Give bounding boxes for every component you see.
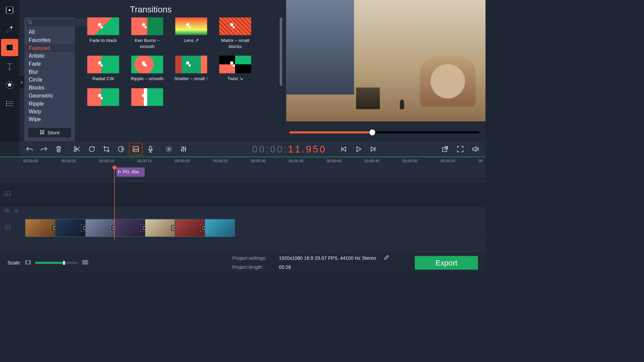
rail-transitions[interactable] [1, 39, 18, 56]
equalizer-button[interactable] [177, 143, 190, 155]
mute-icon[interactable] [14, 208, 20, 214]
transition-thumb-3[interactable]: Matrix – small blocks [217, 17, 253, 49]
category-geometric[interactable]: Geometric [24, 92, 75, 100]
search-icon [28, 20, 33, 26]
prev-button[interactable] [337, 143, 350, 155]
store-button[interactable]: Store [28, 128, 71, 138]
svg-point-4 [6, 103, 7, 104]
overlay-track-icon [4, 190, 11, 198]
transition-thumb-2[interactable]: Lens ↗ [173, 17, 209, 49]
zoom-out-icon[interactable] [25, 260, 31, 266]
undo-button[interactable] [23, 143, 36, 155]
category-fade[interactable]: Fade [24, 60, 75, 68]
panel-scrollbar[interactable] [280, 18, 282, 86]
category-artistic[interactable]: Artistic [24, 52, 75, 60]
video-track[interactable] [0, 217, 486, 238]
ruler-tick: 00:00:50 [402, 159, 417, 163]
clip-properties-button[interactable] [129, 143, 142, 155]
rotate-button[interactable] [85, 143, 98, 155]
time-ruler[interactable]: 00:00:0000:00:0500:00:1000:00:1500:00:20… [0, 157, 486, 167]
thumb-label: Radial CW [92, 76, 114, 81]
clip-strip[interactable] [25, 219, 234, 237]
category-favorites[interactable]: Favorites [24, 36, 75, 44]
video-clip-6[interactable] [205, 219, 234, 236]
crop-button[interactable] [100, 143, 113, 155]
visibility-icon[interactable] [4, 209, 10, 214]
video-clip-5[interactable] [175, 219, 205, 236]
title-track[interactable]: IT PO, Xbo [0, 167, 486, 179]
zoom-in-icon[interactable] [82, 260, 88, 266]
video-clip-1[interactable] [55, 219, 85, 236]
preview-frame [286, 0, 486, 121]
delete-button[interactable] [52, 143, 65, 155]
volume-button[interactable] [469, 143, 482, 155]
transition-thumb-9[interactable] [129, 88, 165, 106]
cart-icon [40, 129, 45, 136]
preview-tools [438, 143, 482, 155]
video-clip-2[interactable] [85, 219, 115, 236]
redo-button[interactable] [38, 143, 51, 155]
playhead[interactable] [114, 167, 115, 240]
preview-seekbar[interactable] [289, 131, 480, 133]
svg-point-11 [134, 148, 135, 149]
category-warp[interactable]: Warp [24, 107, 75, 115]
title-clip[interactable]: IT PO, Xbo [116, 168, 145, 177]
svg-point-14 [181, 149, 182, 150]
settings-button[interactable] [162, 143, 175, 155]
transition-thumb-5[interactable]: Ripple – smooth [129, 56, 165, 81]
transition-thumb-4[interactable]: Radial CW [86, 56, 121, 81]
svg-point-5 [6, 105, 7, 106]
color-adjust-button[interactable] [115, 143, 128, 155]
transition-thumb-0[interactable]: Fade to black [86, 17, 121, 49]
transition-thumb-8[interactable] [86, 88, 121, 106]
rail-titles[interactable] [1, 58, 18, 75]
overlay-track[interactable] [0, 182, 486, 206]
rail-effects[interactable] [1, 20, 18, 37]
category-all[interactable]: All [24, 28, 75, 36]
thumb-image [87, 17, 119, 35]
category-wipe[interactable]: Wipe [24, 115, 75, 123]
collapse-panel-button[interactable]: ‹ [19, 76, 24, 88]
thumb-grid: Fade to blackKen Burns – smoothLens ↗Mat… [75, 17, 282, 141]
play-button[interactable] [352, 143, 365, 155]
video-clip-0[interactable] [25, 219, 55, 236]
split-button[interactable] [70, 143, 84, 155]
category-featured[interactable]: Featured [24, 44, 75, 52]
popout-button[interactable] [438, 143, 451, 155]
fullscreen-button[interactable] [454, 143, 467, 155]
rail-more[interactable] [1, 95, 18, 112]
rail-stickers[interactable] [1, 76, 18, 94]
export-button[interactable]: Export [415, 256, 478, 270]
video-clip-4[interactable] [145, 219, 175, 236]
thumb-image [131, 17, 163, 35]
category-blocks[interactable]: Blocks [24, 83, 75, 92]
record-audio-button[interactable] [144, 143, 157, 155]
edit-settings-icon[interactable] [384, 254, 389, 263]
thumb-label: Lens ↗ [184, 38, 199, 43]
search-input[interactable] [26, 19, 88, 27]
transition-thumb-1[interactable]: Ken Burns – smooth [129, 17, 165, 49]
category-blur[interactable]: Blur [24, 68, 75, 76]
tracks-area: IT PO, Xbo [0, 167, 486, 240]
category-sidebar: ✕ AllFavoritesFeaturedArtisticFadeBlurCi… [24, 17, 75, 141]
zoom-slider[interactable] [35, 262, 78, 264]
transition-thumb-6[interactable]: Shatter – small ↑ [173, 56, 209, 81]
svg-rect-12 [150, 146, 152, 150]
zoom-knob[interactable] [63, 261, 65, 265]
seek-knob[interactable] [369, 129, 375, 135]
category-ripple[interactable]: Ripple [24, 100, 75, 108]
category-circle[interactable]: Circle [24, 76, 75, 84]
ruler-tick: 00:00:35 [289, 159, 304, 163]
timeline: 00:00:0000:00:0500:00:1000:00:1500:00:20… [0, 157, 486, 253]
zoom-control: Scale: [8, 260, 88, 266]
scale-label: Scale: [8, 260, 21, 266]
thumb-label: Ripple – smooth [131, 76, 164, 81]
ruler-tick: 00:00:20 [175, 159, 190, 163]
video-clip-3[interactable] [115, 219, 145, 236]
rail-media[interactable] [1, 2, 18, 19]
category-zoom[interactable]: Zoom [24, 123, 75, 124]
next-button[interactable] [367, 143, 380, 155]
transition-thumb-7[interactable]: Twist ↘ [217, 56, 253, 81]
svg-point-6 [28, 20, 31, 23]
thumb-image [175, 56, 207, 73]
